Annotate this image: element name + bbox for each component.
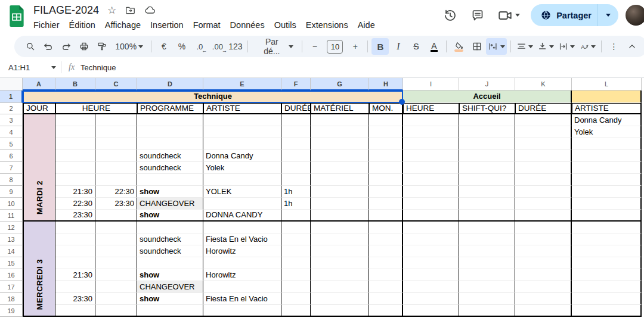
cell-K12[interactable] [515,222,572,233]
more-options-icon[interactable]: ⋮ [605,38,623,55]
cell-F18[interactable] [281,293,311,305]
column-header-L[interactable]: L [572,78,642,91]
horizontal-align-icon[interactable] [515,38,535,55]
cell-I13[interactable] [403,233,459,245]
cell-K2[interactable]: DURÉE [515,103,572,114]
cell-G14[interactable] [311,245,369,257]
cell-H4[interactable] [369,126,403,138]
cell-J10[interactable] [459,198,515,210]
cell-B5[interactable] [55,138,95,150]
cell-E3[interactable] [203,114,281,126]
cell-I8[interactable] [403,174,459,186]
cell-J4[interactable] [459,126,515,138]
cell-B8[interactable] [55,174,95,186]
cell-H17[interactable] [369,281,403,293]
cell-J17[interactable] [459,281,515,293]
cell-E9[interactable]: YOLEK [203,186,281,198]
search-icon[interactable] [21,38,39,55]
row-header-12[interactable]: 12 [0,222,23,233]
column-header-G[interactable]: G [311,78,369,91]
cell-I5[interactable] [403,138,459,150]
column-header-J[interactable]: J [459,78,515,91]
cell-E17[interactable] [203,281,281,293]
select-all-corner[interactable] [0,78,23,91]
cell-D9[interactable]: show [137,186,203,198]
cell-D5[interactable] [137,138,203,150]
italic-icon[interactable]: I [389,38,407,55]
merge-cells-icon[interactable] [486,38,506,55]
column-header-E[interactable]: E [203,78,281,91]
cell-E18[interactable]: Fiesta En el Vacio [203,293,281,305]
meet-dropdown-icon[interactable] [515,14,520,17]
cell-K14[interactable] [515,245,572,257]
cell-B14[interactable] [55,245,95,257]
cell-L2[interactable]: ARTISTE [572,103,642,114]
font-select[interactable]: Par dé... [252,38,298,55]
cell-G18[interactable] [311,293,369,305]
cell-D18[interactable]: show [137,293,203,305]
cell-G13[interactable] [311,233,369,245]
cell-C8[interactable] [95,174,137,186]
cell-I15[interactable] [403,257,459,269]
vertical-align-icon[interactable] [535,38,556,55]
currency-format-icon[interactable]: € [155,38,172,55]
cell-F2[interactable]: DURÉE [281,103,311,114]
cell-C12[interactable] [95,222,137,233]
column-header-D[interactable]: D [137,78,203,91]
cell-G6[interactable] [311,150,369,162]
increase-decimal-places-icon[interactable]: .00→ [209,38,226,55]
cell-C17[interactable] [95,281,137,293]
decrease-font-size-icon[interactable]: − [306,38,323,55]
menu-donnees[interactable]: Données [225,19,270,31]
cell-I6[interactable] [403,150,459,162]
row-header-7[interactable]: 7 [0,162,23,174]
cell-I14[interactable] [403,245,459,257]
cell-D16[interactable]: show [137,269,203,281]
share-button[interactable]: Partager [531,4,618,26]
cell-J2[interactable]: SHIFT-QUI? [459,103,515,114]
cell-K15[interactable] [515,257,572,269]
cell-D17[interactable]: CHANGEOVER [137,281,203,293]
cell-E13[interactable]: Fiesta En el Vacio [203,233,281,245]
cell-K19[interactable] [515,305,572,317]
print-icon[interactable] [75,38,92,55]
row-header-4[interactable]: 4 [0,126,23,138]
cell-I4[interactable] [403,126,459,138]
menu-fichier[interactable]: Fichier [29,19,64,31]
row-header-6[interactable]: 6 [0,150,23,162]
cell-H12[interactable] [369,222,403,233]
menu-edition[interactable]: Édition [64,19,100,31]
cell-L19[interactable] [572,305,642,317]
cell-B13[interactable] [55,233,95,245]
cell-C10[interactable]: 23:30 [95,198,137,210]
zoom-select[interactable]: 100% [111,38,147,55]
cell-E7[interactable]: Yolek [203,162,281,174]
row-header-2[interactable]: 2 [0,103,23,114]
cell-G16[interactable] [311,269,369,281]
cell-J18[interactable] [459,293,515,305]
cell-B12[interactable] [55,222,95,233]
undo-icon[interactable] [39,38,57,55]
cell-D19[interactable] [137,305,203,317]
cell-F6[interactable] [281,150,311,162]
cell-L13[interactable] [572,233,642,245]
row-header-8[interactable]: 8 [0,174,23,186]
menu-extensions[interactable]: Extensions [301,19,353,31]
formula-input[interactable]: Technique [80,63,116,72]
more-formats-button[interactable]: 123 [227,38,244,55]
row-header-10[interactable]: 10 [0,198,23,210]
cell-L8[interactable] [572,174,642,186]
cell-F10[interactable]: 1h [281,198,311,210]
menu-format[interactable]: Format [188,19,225,31]
cell-K4[interactable] [515,126,572,138]
cell-K11[interactable] [515,210,572,222]
cell-D4[interactable] [137,126,203,138]
cell-B17[interactable] [55,281,95,293]
document-title[interactable]: FILAGE-2024 [33,4,99,17]
cell-J16[interactable] [459,269,515,281]
row-header-13[interactable]: 13 [0,233,23,245]
menu-outils[interactable]: Outils [270,19,301,31]
cell-L14[interactable] [572,245,642,257]
sheets-logo-icon[interactable] [8,5,25,27]
cell-L15[interactable] [572,257,642,269]
